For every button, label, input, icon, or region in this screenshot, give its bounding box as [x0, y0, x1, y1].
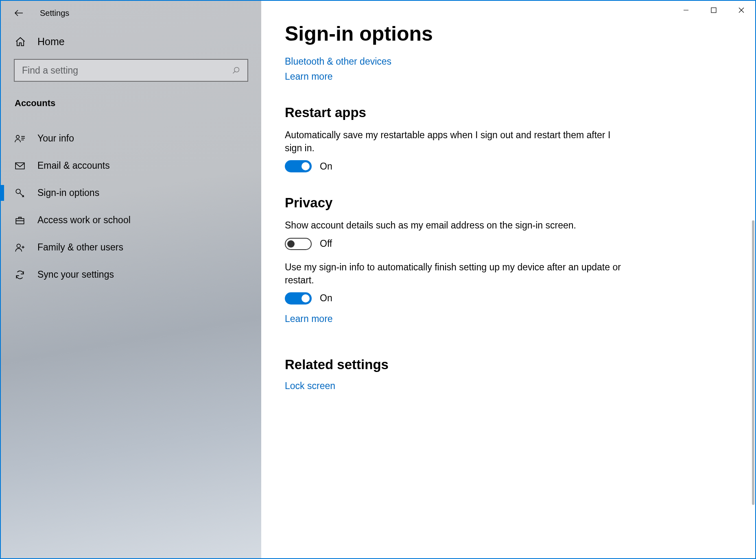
scrollbar[interactable]	[752, 220, 754, 505]
sidebar-item-signin[interactable]: Sign-in options	[1, 179, 261, 207]
privacy-heading: Privacy	[285, 195, 728, 211]
content-area: Sign-in options Bluetooth & other device…	[261, 1, 755, 558]
privacy-signin-info-label: On	[320, 293, 332, 304]
restart-apps-heading: Restart apps	[285, 105, 728, 120]
privacy-show-details-label: Off	[320, 238, 332, 249]
sync-icon	[15, 270, 25, 280]
sidebar-item-label: Your info	[37, 133, 74, 144]
briefcase-icon	[15, 215, 25, 226]
back-icon[interactable]	[14, 8, 24, 18]
close-button[interactable]	[728, 1, 755, 20]
restart-apps-toggle[interactable]	[285, 160, 312, 172]
svg-point-1	[16, 135, 20, 138]
sidebar-category: Accounts	[1, 89, 261, 113]
svg-rect-2	[15, 163, 24, 169]
maximize-button[interactable]	[700, 1, 728, 20]
search-icon	[232, 66, 240, 74]
link-lock-screen[interactable]: Lock screen	[285, 381, 728, 392]
sidebar-item-label: Access work or school	[37, 215, 131, 226]
sidebar-item-label: Sign-in options	[37, 187, 99, 198]
user-plus-icon	[15, 242, 25, 253]
minimize-button[interactable]	[672, 1, 700, 20]
sidebar-item-your-info[interactable]: Your info	[1, 125, 261, 152]
privacy-show-details-toggle[interactable]	[285, 238, 312, 250]
svg-point-5	[17, 244, 20, 248]
svg-point-3	[16, 189, 20, 194]
svg-rect-6	[711, 8, 716, 13]
key-icon	[15, 188, 25, 198]
sidebar: Settings Home Accounts	[1, 1, 261, 558]
app-title: Settings	[40, 9, 69, 18]
link-learn-more-top[interactable]: Learn more	[285, 71, 728, 82]
privacy-show-details-desc: Show account details such as my email ad…	[285, 219, 623, 232]
restart-apps-desc: Automatically save my restartable apps w…	[285, 128, 623, 154]
window-controls	[672, 1, 755, 20]
sidebar-home[interactable]: Home	[1, 25, 261, 59]
privacy-signin-info-toggle[interactable]	[285, 292, 312, 305]
link-learn-more-privacy[interactable]: Learn more	[285, 313, 728, 324]
sidebar-item-label: Sync your settings	[37, 269, 114, 280]
page-title: Sign-in options	[285, 22, 728, 46]
home-icon	[15, 36, 26, 48]
svg-rect-4	[16, 218, 24, 224]
restart-apps-toggle-label: On	[320, 161, 332, 172]
link-bluetooth-devices[interactable]: Bluetooth & other devices	[285, 56, 728, 67]
sidebar-item-work-school[interactable]: Access work or school	[1, 207, 261, 234]
sidebar-item-family[interactable]: Family & other users	[1, 234, 261, 261]
sidebar-item-label: Email & accounts	[37, 160, 110, 171]
sidebar-item-label: Family & other users	[37, 242, 123, 253]
home-label: Home	[37, 36, 65, 48]
related-settings-heading: Related settings	[285, 357, 728, 372]
privacy-signin-info-desc: Use my sign-in info to automatically fin…	[285, 261, 623, 287]
search-field[interactable]	[22, 65, 232, 76]
svg-point-0	[234, 67, 239, 72]
search-input[interactable]	[14, 59, 248, 82]
mail-icon	[15, 161, 25, 171]
sidebar-nav: Your info Email & accounts Sign-in optio…	[1, 125, 261, 288]
sidebar-item-email[interactable]: Email & accounts	[1, 152, 261, 179]
user-list-icon	[15, 133, 25, 144]
sidebar-item-sync[interactable]: Sync your settings	[1, 261, 261, 288]
